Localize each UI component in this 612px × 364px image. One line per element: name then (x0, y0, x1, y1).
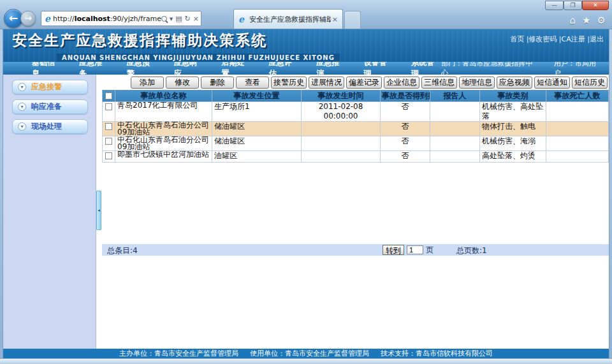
tab-close-icon[interactable]: × (331, 15, 339, 24)
table-row[interactable]: 青岛2017化工有限公司 生产场所1 2011-02-08 00:00:00 否… (103, 102, 609, 122)
table-row-selected[interactable]: 中石化山东青岛石油分公司09加油站 储油罐区 否 物体打击、触电 (103, 122, 609, 136)
cell-unit-name: 即墨市七级镇中岔河加油站 (115, 151, 212, 163)
total-items-label: 总条目:4 (107, 245, 138, 256)
cell-reporter (430, 122, 480, 136)
goto-page-button[interactable]: 转到 (382, 245, 404, 255)
minimize-button[interactable]: — (545, 1, 564, 10)
deviation-record-button[interactable]: 偏差记录 (346, 76, 382, 89)
enterprise-info-button[interactable]: 企业信息 (384, 76, 419, 89)
page-footer: 主办单位：青岛市安全生产监督管理局 使用单位：青岛市安全生产监督管理局 技术支持… (3, 349, 609, 358)
page-number-input[interactable] (407, 245, 423, 254)
sidebar-item-response-prepare[interactable]: ▾ 响应准备 (12, 99, 88, 114)
ie-favicon: e (45, 13, 50, 24)
cell-time (302, 151, 381, 163)
select-all-checkbox[interactable] (105, 92, 112, 99)
row-checkbox[interactable] (105, 152, 112, 159)
sidebar: ▾ 应急接警 ▾ 响应准备 ▾ 现场处理 (3, 75, 96, 349)
browser-tab[interactable]: e 安全生产应急救援指挥辅助... × (233, 9, 343, 29)
col-controlled: 事故是否得到控制 (381, 91, 430, 102)
favorites-star-icon[interactable]: ★ (582, 15, 590, 26)
row-checkbox[interactable] (105, 138, 112, 145)
chevron-down-icon: ▾ (18, 83, 26, 91)
link-ca-register[interactable]: CA注册 (562, 35, 585, 43)
delete-button[interactable]: 删除 (201, 76, 234, 89)
cell-reporter (430, 136, 480, 151)
search-dropdown-icon[interactable]: ▾ (170, 15, 173, 23)
cell-time: 2011-02-08 00:00:00 (302, 102, 381, 122)
link-logout[interactable]: 退出 (590, 35, 604, 43)
accident-table: 事故单位名称 事故发生位置 事故发生时间 事故是否得到控制 报告人 事故类别 事… (102, 90, 609, 163)
sidebar-item-emergency-call[interactable]: ▾ 应急接警 (12, 80, 88, 94)
cell-location: 油罐区 (212, 151, 302, 163)
tab-favicon-icon: e (238, 14, 244, 24)
alarm-history-button[interactable]: 接警历史 (271, 76, 307, 89)
cell-deaths (546, 122, 609, 136)
content-filler (102, 256, 609, 349)
cell-unit-name: 中石化山东青岛石油分公司09加油站 (115, 136, 212, 151)
cell-reporter (430, 151, 480, 163)
cell-deaths (546, 102, 609, 122)
page-header: 安全生产应急救援指挥辅助决策系统 ANQUAN SHENGCHAN YINGJI… (3, 29, 609, 62)
header-links: 首页 |修改密码 |CA注册 |退出 (510, 34, 604, 44)
toolbar: 添加 修改 删除 查看 接警历史 进展情况 偏差记录 企业信息 三维信息 地理信… (102, 75, 609, 90)
chevron-down-icon: ▾ (18, 103, 26, 111)
total-pages-label: 总页数:1 (456, 245, 487, 256)
cell-location: 储油罐区 (212, 122, 302, 136)
sidebar-item-label: 现场处理 (31, 121, 62, 132)
maximize-button[interactable]: ❐ (564, 1, 582, 10)
sms-notify-button[interactable]: 短信通知 (534, 76, 570, 89)
link-home[interactable]: 首页 (510, 35, 524, 43)
compatibility-view-icon[interactable]: ▤ (175, 15, 182, 23)
footer-host-unit: 主办单位：青岛市安全生产监督管理局 (119, 349, 238, 358)
cell-unit-name: 中石化山东青岛石油分公司09加油站 (115, 122, 212, 136)
sms-history-button[interactable]: 短信历史 (572, 76, 608, 89)
row-checkbox[interactable] (105, 103, 112, 110)
cell-controlled: 否 (381, 136, 430, 151)
col-time: 事故发生时间 (302, 91, 381, 102)
geo-info-button[interactable]: 地理信息 (459, 76, 495, 89)
link-change-password[interactable]: 修改密码 (528, 35, 557, 43)
search-icon[interactable] (161, 16, 167, 22)
table-row[interactable]: 中石化山东青岛石油分公司09加油站 储油罐区 否 机械伤害、淹溺 (103, 136, 609, 151)
home-icon[interactable]: ⌂ (570, 15, 576, 26)
table-header-row: 事故单位名称 事故发生位置 事故发生时间 事故是否得到控制 报告人 事故类别 事… (103, 91, 609, 102)
cell-category: 机械伤害、淹溺 (480, 136, 546, 151)
col-location: 事故发生位置 (212, 91, 302, 102)
sidebar-item-label: 应急接警 (31, 82, 62, 92)
sidebar-item-scene-handle[interactable]: ▾ 现场处理 (12, 119, 88, 134)
settings-gear-icon[interactable]: ⚙ (597, 15, 606, 26)
splitter: ◂ (96, 75, 102, 349)
sidebar-collapse-handle[interactable]: ◂ (96, 191, 101, 230)
url-text[interactable]: http://localhost:90/yjzh/frame/homepage.… (53, 15, 161, 23)
emergency-video-button[interactable]: 应急视频 (497, 76, 532, 89)
url-host: localhost (75, 15, 110, 23)
three-d-info-button[interactable]: 三维信息 (421, 76, 457, 89)
main-panel: 添加 修改 删除 查看 接警历史 进展情况 偏差记录 企业信息 三维信息 地理信… (102, 75, 609, 349)
table-row[interactable]: 即墨市七级镇中岔河加油站 油罐区 否 高处坠落、灼烫 (103, 151, 609, 163)
cell-unit-name: 青岛2017化工有限公司 (115, 102, 212, 122)
address-bar[interactable]: e http://localhost:90/yjzh/frame/homepag… (41, 11, 201, 26)
url-path: :90/yjzh/frame/homepage.jsp (110, 15, 161, 23)
col-category: 事故类别 (480, 91, 546, 102)
refresh-icon[interactable]: ↻ (185, 15, 191, 23)
footer-use-unit: 使用单位：青岛市安全生产监督管理局 (250, 349, 369, 358)
cell-deaths (546, 136, 609, 151)
cell-category: 高处坠落、灼烫 (480, 151, 546, 163)
col-deaths: 事故死亡人数 (546, 91, 609, 102)
progress-button[interactable]: 进展情况 (309, 76, 344, 89)
windows-taskbar[interactable] (0, 358, 612, 364)
footer-tech-support: 技术支持：青岛市信软科技有限公司 (381, 349, 493, 358)
new-tab-button[interactable] (344, 11, 361, 29)
accident-table-wrap: 事故单位名称 事故发生位置 事故发生时间 事故是否得到控制 报告人 事故类别 事… (102, 90, 609, 244)
close-button[interactable]: ✕ (582, 1, 609, 10)
edit-button[interactable]: 修改 (166, 76, 199, 89)
row-checkbox[interactable] (105, 123, 112, 130)
stop-icon[interactable]: × (193, 15, 199, 23)
cell-category: 机械伤害、高处坠落 (480, 102, 546, 122)
view-button[interactable]: 查看 (236, 76, 269, 89)
forward-button[interactable]: → (20, 11, 36, 26)
cell-controlled: 否 (381, 122, 430, 136)
cell-reporter (430, 102, 480, 122)
add-button[interactable]: 添加 (131, 76, 164, 89)
cell-time (302, 136, 381, 151)
